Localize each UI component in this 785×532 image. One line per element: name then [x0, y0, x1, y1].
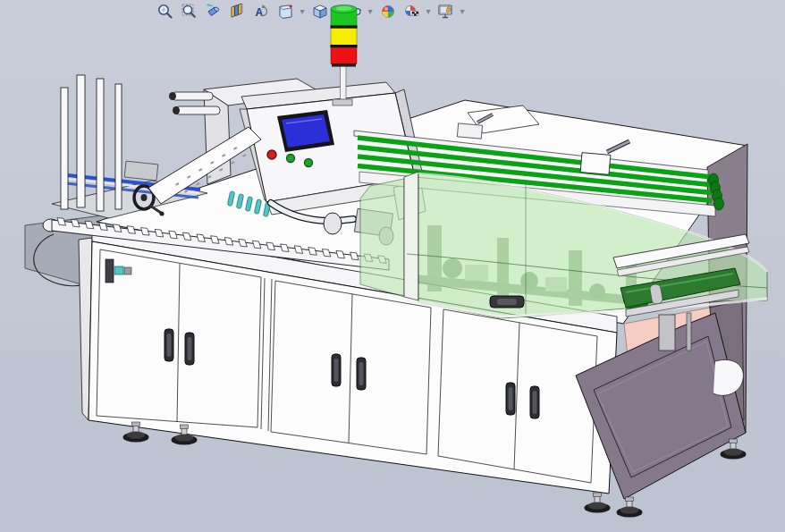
conveyor-junction-box	[580, 141, 629, 174]
handwheel	[134, 186, 165, 216]
machine-internals	[407, 225, 662, 313]
machine-feet	[123, 422, 747, 518]
view-orientation-icon[interactable]	[277, 3, 295, 21]
tray-holes	[175, 147, 246, 193]
door-handles	[165, 329, 539, 418]
right-column	[576, 313, 746, 499]
outfeed-belt	[620, 268, 740, 308]
display-style-icon[interactable]	[311, 3, 329, 21]
hmi-console	[247, 93, 415, 202]
infeed-conveyor	[354, 114, 724, 216]
transfer-roller	[175, 106, 220, 114]
stack-light-red	[331, 47, 357, 64]
view-orientation-dropdown-arrow[interactable]: ▾	[297, 3, 308, 21]
flange	[254, 106, 268, 126]
magazine-rails	[61, 75, 122, 211]
hmi-screen	[282, 114, 330, 148]
zoom-to-fit-icon[interactable]	[156, 3, 174, 21]
section-view-icon[interactable]	[229, 3, 247, 21]
carton-blank-sheet	[468, 106, 539, 133]
emergency-stop-button	[267, 150, 276, 159]
belt-pulley	[623, 286, 650, 309]
chain-lugs	[57, 218, 386, 264]
pusher-chain-conveyor	[43, 218, 389, 283]
run-button	[305, 159, 313, 167]
support-post	[659, 315, 675, 350]
edit-appearance-icon[interactable]	[379, 3, 397, 21]
conveyor-bracket	[457, 114, 493, 139]
apply-scene-icon[interactable]	[403, 3, 421, 21]
transfer-roller	[172, 92, 213, 100]
hide-show-items-dropdown-arrow[interactable]: ▾	[365, 3, 376, 21]
hide-show-items-icon[interactable]	[345, 3, 363, 21]
display-style-dropdown-arrow[interactable]: ▾	[331, 3, 342, 21]
headsup-view-toolbar: A▾▾▾▾▾	[156, 3, 471, 21]
head-unit	[169, 79, 422, 215]
stack-light-yellow	[331, 28, 357, 46]
suction-cups	[227, 191, 270, 217]
base-cabinet	[79, 225, 617, 494]
annotation-views-icon[interactable]: A	[253, 3, 271, 21]
previous-view-icon[interactable]	[205, 3, 223, 21]
outfeed-conveyor	[613, 234, 749, 395]
view-settings-dropdown-arrow[interactable]: ▾	[457, 3, 468, 21]
machine-model	[0, 0, 785, 532]
start-button	[287, 155, 295, 163]
zoom-to-area-icon[interactable]	[181, 3, 198, 21]
vacuum-hose	[271, 203, 353, 221]
cabinet-doors	[97, 249, 597, 483]
carton-magazine	[52, 75, 207, 218]
folding-mechanism	[324, 179, 426, 245]
apply-scene-dropdown-arrow[interactable]: ▾	[423, 3, 434, 21]
safety-guard	[360, 172, 767, 318]
left-deck-plate	[25, 206, 297, 297]
guide-arm	[713, 359, 743, 395]
view-settings-icon[interactable]	[437, 3, 455, 21]
machine-table-top	[97, 100, 747, 324]
3d-viewport[interactable]: A▾▾▾▾▾	[0, 0, 785, 532]
photo-sensor	[114, 266, 123, 274]
sensor-bracket	[106, 259, 114, 283]
carton-chute	[148, 127, 261, 204]
lane-end-rollers	[709, 173, 724, 210]
right-end-panel	[624, 144, 747, 433]
inner-pink-panel	[624, 308, 715, 388]
guard-handle	[490, 296, 524, 308]
